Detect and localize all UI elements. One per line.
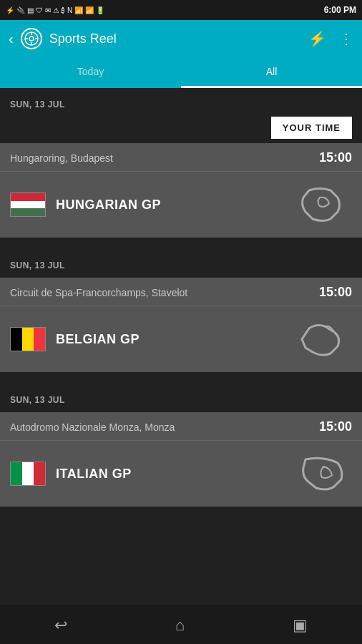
section-date-1: SUN, 13 JUL — [0, 88, 362, 117]
tabs: Today All — [0, 57, 362, 88]
app-logo — [21, 28, 42, 49]
race-card-hungary[interactable]: Hungaroring, Budapest 15:00 HUNGARIAN GP — [0, 143, 362, 238]
nav-home-icon[interactable]: ⌂ — [175, 616, 185, 635]
app-title: Sports Reel — [49, 31, 301, 47]
track-outline-hungary — [295, 183, 352, 226]
battery-icon: 🔋 — [96, 6, 104, 14]
race-time-2: 15:00 — [319, 285, 352, 300]
status-bar: ⚡ 🔌 ▤ 🛡 ✉ ⚠ ₿ N 📶 📶 🔋 6:00 PM — [0, 0, 362, 20]
race-name-2: BELGIAN GP — [56, 332, 140, 347]
section-date-3: SUN, 13 JUL — [0, 384, 362, 412]
race-card-italy[interactable]: Autodromo Nazionale Monza, Monza 15:00 I… — [0, 412, 362, 507]
status-icons-left: ⚡ 🔌 ▤ 🛡 ✉ ⚠ ₿ N 📶 📶 🔋 — [6, 6, 104, 14]
race-info-3: ITALIAN GP — [10, 462, 132, 486]
race-card-header-1: Hungaroring, Budapest 15:00 — [0, 143, 362, 172]
race-time-1: 15:00 — [319, 150, 352, 165]
mail-icon: ✉ — [45, 6, 51, 14]
section-date-2: SUN, 13 JUL — [0, 249, 362, 278]
more-menu-icon[interactable]: ⋮ — [339, 30, 353, 47]
race-venue-3: Autodromo Nazionale Monza, Monza — [10, 421, 175, 433]
signal-icon: 📶 — [85, 6, 94, 14]
wifi-icon: 📶 — [74, 6, 83, 14]
back-button[interactable]: ‹ — [9, 31, 14, 47]
race-card-body-1: HUNGARIAN GP — [0, 172, 362, 238]
race-venue-2: Circuit de Spa-Francorchamps, Stavelot — [10, 287, 187, 298]
alert-icon: ⚠ — [53, 6, 59, 14]
sim-icon: ▤ — [27, 6, 34, 14]
race-info-2: BELGIAN GP — [10, 327, 140, 351]
track-outline-belgium — [295, 318, 352, 361]
usb-icon: ⚡ — [6, 6, 14, 14]
race-card-header-3: Autodromo Nazionale Monza, Monza 15:00 — [0, 412, 362, 441]
status-time: 6:00 PM — [324, 5, 356, 15]
section-sep-1 — [0, 239, 362, 249]
flag-italy — [10, 462, 46, 486]
track-outline-italy — [295, 452, 352, 495]
bottom-nav: ↩ ⌂ ▣ — [0, 607, 362, 644]
app-bar-actions: ⚡ ⋮ — [308, 30, 353, 47]
usb2-icon: 🔌 — [16, 6, 25, 14]
content-area: SUN, 13 JUL YOUR TIME Hungaroring, Budap… — [0, 88, 362, 605]
race-name-1: HUNGARIAN GP — [56, 197, 161, 213]
nfc-icon: N — [67, 6, 72, 14]
race-time-3: 15:00 — [319, 419, 352, 434]
nav-back-icon[interactable]: ↩ — [54, 616, 67, 635]
tab-today[interactable]: Today — [0, 57, 181, 88]
shield-icon: 🛡 — [36, 6, 43, 14]
race-card-body-3: ITALIAN GP — [0, 441, 362, 507]
flash-icon[interactable]: ⚡ — [308, 30, 326, 47]
flag-hungary — [10, 192, 46, 217]
race-card-belgium[interactable]: Circuit de Spa-Francorchamps, Stavelot 1… — [0, 278, 362, 372]
flag-belgium — [10, 327, 46, 351]
race-card-header-2: Circuit de Spa-Francorchamps, Stavelot 1… — [0, 278, 362, 306]
svg-point-1 — [29, 36, 34, 41]
app-bar: ‹ Sports Reel ⚡ ⋮ — [0, 20, 362, 57]
race-venue-1: Hungaroring, Budapest — [10, 152, 113, 164]
your-time-row: YOUR TIME — [0, 117, 362, 143]
tab-all[interactable]: All — [181, 57, 362, 88]
race-card-body-2: BELGIAN GP — [0, 306, 362, 372]
race-info-1: HUNGARIAN GP — [10, 192, 161, 217]
race-name-3: ITALIAN GP — [56, 467, 132, 482]
bluetooth-icon: ₿ — [62, 6, 65, 14]
section-sep-2 — [0, 374, 362, 384]
your-time-badge: YOUR TIME — [271, 117, 352, 139]
nav-recents-icon[interactable]: ▣ — [293, 616, 308, 635]
